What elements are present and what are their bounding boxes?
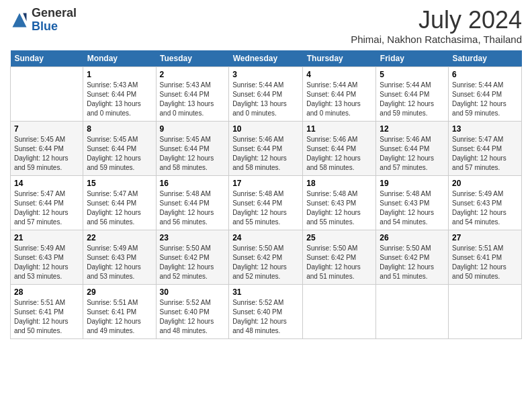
- calendar-week-row: 7Sunrise: 5:45 AMSunset: 6:44 PMDaylight…: [11, 121, 522, 175]
- day-number: 10: [232, 124, 299, 134]
- day-number: 26: [380, 233, 445, 242]
- calendar-cell: 19Sunrise: 5:48 AMSunset: 6:43 PMDayligh…: [376, 175, 449, 230]
- calendar-cell: 28Sunrise: 5:51 AMSunset: 6:41 PMDayligh…: [11, 284, 83, 338]
- calendar-cell: 2Sunrise: 5:43 AMSunset: 6:44 PMDaylight…: [156, 66, 229, 121]
- day-number: 31: [232, 287, 299, 297]
- day-number: 22: [87, 233, 152, 242]
- day-number: 5: [380, 70, 445, 79]
- calendar-cell: 14Sunrise: 5:47 AMSunset: 6:44 PMDayligh…: [11, 175, 83, 230]
- calendar-cell: 10Sunrise: 5:46 AMSunset: 6:44 PMDayligh…: [229, 121, 303, 175]
- day-number: 27: [452, 233, 518, 242]
- day-number: 23: [160, 233, 226, 242]
- calendar-cell: 25Sunrise: 5:50 AMSunset: 6:42 PMDayligh…: [303, 230, 376, 284]
- day-number: 14: [14, 179, 79, 188]
- day-info: Sunrise: 5:49 AMSunset: 6:43 PMDaylight:…: [87, 244, 152, 281]
- day-number: 18: [306, 179, 372, 188]
- calendar-cell: 16Sunrise: 5:48 AMSunset: 6:44 PMDayligh…: [156, 175, 229, 230]
- calendar-cell: 20Sunrise: 5:49 AMSunset: 6:43 PMDayligh…: [449, 175, 522, 230]
- day-number: 11: [306, 124, 372, 134]
- calendar-cell: 23Sunrise: 5:50 AMSunset: 6:42 PMDayligh…: [156, 230, 229, 284]
- day-number: 2: [160, 70, 226, 79]
- calendar-cell: 11Sunrise: 5:46 AMSunset: 6:44 PMDayligh…: [303, 121, 376, 175]
- weekday-header-monday: Monday: [83, 50, 156, 67]
- logo: General Blue: [10, 7, 77, 34]
- calendar-cell: 18Sunrise: 5:48 AMSunset: 6:43 PMDayligh…: [303, 175, 376, 230]
- calendar-cell: 29Sunrise: 5:51 AMSunset: 6:41 PMDayligh…: [83, 284, 156, 338]
- day-info: Sunrise: 5:52 AMSunset: 6:40 PMDaylight:…: [160, 298, 226, 336]
- weekday-header-saturday: Saturday: [449, 50, 522, 67]
- day-info: Sunrise: 5:50 AMSunset: 6:42 PMDaylight:…: [232, 244, 299, 281]
- day-info: Sunrise: 5:45 AMSunset: 6:44 PMDaylight:…: [87, 135, 152, 173]
- calendar-week-row: 21Sunrise: 5:49 AMSunset: 6:43 PMDayligh…: [11, 230, 522, 284]
- calendar-cell: 26Sunrise: 5:50 AMSunset: 6:42 PMDayligh…: [376, 230, 449, 284]
- day-number: 15: [87, 179, 152, 188]
- day-info: Sunrise: 5:48 AMSunset: 6:43 PMDaylight:…: [306, 189, 372, 227]
- day-info: Sunrise: 5:43 AMSunset: 6:44 PMDaylight:…: [87, 81, 152, 118]
- month-year-title: July 2024: [351, 7, 522, 34]
- day-info: Sunrise: 5:48 AMSunset: 6:44 PMDaylight:…: [160, 189, 226, 227]
- calendar-cell: 21Sunrise: 5:49 AMSunset: 6:43 PMDayligh…: [11, 230, 83, 284]
- calendar-cell: 31Sunrise: 5:52 AMSunset: 6:40 PMDayligh…: [229, 284, 303, 338]
- calendar-cell: 3Sunrise: 5:44 AMSunset: 6:44 PMDaylight…: [229, 66, 303, 121]
- day-info: Sunrise: 5:50 AMSunset: 6:42 PMDaylight:…: [160, 244, 226, 281]
- day-number: 13: [452, 124, 518, 134]
- logo-icon: [10, 11, 29, 30]
- logo-blue-text: Blue: [32, 19, 58, 33]
- calendar-cell: 8Sunrise: 5:45 AMSunset: 6:44 PMDaylight…: [83, 121, 156, 175]
- day-info: Sunrise: 5:48 AMSunset: 6:43 PMDaylight:…: [380, 189, 445, 227]
- calendar-cell: [449, 284, 522, 338]
- day-number: 29: [87, 287, 152, 297]
- calendar-week-row: 1Sunrise: 5:43 AMSunset: 6:44 PMDaylight…: [11, 66, 522, 121]
- day-number: 7: [14, 124, 79, 134]
- calendar-cell: 22Sunrise: 5:49 AMSunset: 6:43 PMDayligh…: [83, 230, 156, 284]
- calendar-cell: 9Sunrise: 5:45 AMSunset: 6:44 PMDaylight…: [156, 121, 229, 175]
- calendar-cell: [11, 66, 83, 121]
- calendar-cell: 27Sunrise: 5:51 AMSunset: 6:41 PMDayligh…: [449, 230, 522, 284]
- day-info: Sunrise: 5:50 AMSunset: 6:42 PMDaylight:…: [380, 244, 445, 281]
- day-info: Sunrise: 5:47 AMSunset: 6:44 PMDaylight:…: [87, 189, 152, 227]
- day-info: Sunrise: 5:45 AMSunset: 6:44 PMDaylight:…: [14, 135, 79, 173]
- calendar-cell: 24Sunrise: 5:50 AMSunset: 6:42 PMDayligh…: [229, 230, 303, 284]
- day-number: 6: [452, 70, 518, 79]
- day-info: Sunrise: 5:46 AMSunset: 6:44 PMDaylight:…: [380, 135, 445, 173]
- weekday-header-wednesday: Wednesday: [229, 50, 303, 67]
- weekday-header-tuesday: Tuesday: [156, 50, 229, 67]
- day-info: Sunrise: 5:47 AMSunset: 6:44 PMDaylight:…: [452, 135, 518, 173]
- calendar-cell: 15Sunrise: 5:47 AMSunset: 6:44 PMDayligh…: [83, 175, 156, 230]
- weekday-header-sunday: Sunday: [11, 50, 83, 67]
- weekday-header-thursday: Thursday: [303, 50, 376, 67]
- logo-general-text: General: [32, 6, 77, 19]
- calendar-cell: 1Sunrise: 5:43 AMSunset: 6:44 PMDaylight…: [83, 66, 156, 121]
- day-info: Sunrise: 5:51 AMSunset: 6:41 PMDaylight:…: [452, 244, 518, 281]
- day-number: 8: [87, 124, 152, 134]
- calendar-week-row: 28Sunrise: 5:51 AMSunset: 6:41 PMDayligh…: [11, 284, 522, 338]
- day-number: 25: [306, 233, 372, 242]
- day-number: 20: [452, 179, 518, 188]
- title-block: July 2024 Phimai, Nakhon Ratchasima, Tha…: [351, 7, 522, 45]
- day-info: Sunrise: 5:52 AMSunset: 6:40 PMDaylight:…: [232, 298, 299, 336]
- day-info: Sunrise: 5:44 AMSunset: 6:44 PMDaylight:…: [380, 81, 445, 118]
- day-info: Sunrise: 5:44 AMSunset: 6:44 PMDaylight:…: [452, 81, 518, 118]
- day-number: 9: [160, 124, 226, 134]
- day-info: Sunrise: 5:43 AMSunset: 6:44 PMDaylight:…: [160, 81, 226, 118]
- calendar-cell: 12Sunrise: 5:46 AMSunset: 6:44 PMDayligh…: [376, 121, 449, 175]
- day-info: Sunrise: 5:47 AMSunset: 6:44 PMDaylight:…: [14, 189, 79, 227]
- calendar-cell: 17Sunrise: 5:48 AMSunset: 6:44 PMDayligh…: [229, 175, 303, 230]
- day-number: 24: [232, 233, 299, 242]
- day-number: 4: [306, 70, 372, 79]
- day-info: Sunrise: 5:51 AMSunset: 6:41 PMDaylight:…: [87, 298, 152, 336]
- day-number: 19: [380, 179, 445, 188]
- day-info: Sunrise: 5:50 AMSunset: 6:42 PMDaylight:…: [306, 244, 372, 281]
- location-subtitle: Phimai, Nakhon Ratchasima, Thailand: [351, 34, 522, 45]
- day-info: Sunrise: 5:51 AMSunset: 6:41 PMDaylight:…: [14, 298, 79, 336]
- day-number: 3: [232, 70, 299, 79]
- day-info: Sunrise: 5:44 AMSunset: 6:44 PMDaylight:…: [232, 81, 299, 118]
- day-number: 12: [380, 124, 445, 134]
- calendar-header-row: SundayMondayTuesdayWednesdayThursdayFrid…: [11, 50, 522, 67]
- calendar-cell: [303, 284, 376, 338]
- calendar-cell: 4Sunrise: 5:44 AMSunset: 6:44 PMDaylight…: [303, 66, 376, 121]
- day-info: Sunrise: 5:46 AMSunset: 6:44 PMDaylight:…: [232, 135, 299, 173]
- day-info: Sunrise: 5:46 AMSunset: 6:44 PMDaylight:…: [306, 135, 372, 173]
- day-number: 17: [232, 179, 299, 188]
- day-number: 30: [160, 287, 226, 297]
